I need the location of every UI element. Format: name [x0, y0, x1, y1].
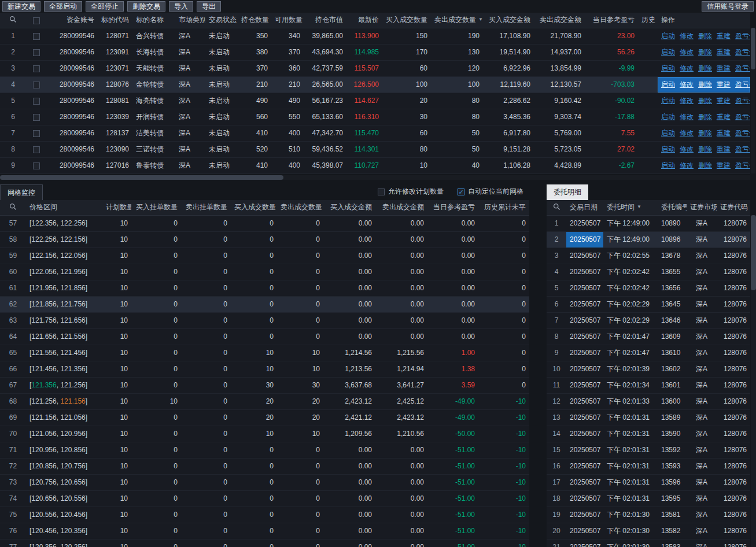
action-pnl-analysis[interactable]: 盈亏分析: [735, 113, 750, 121]
order-vertical-scrollbar[interactable]: [751, 215, 756, 547]
position-row[interactable]: 9280099546127016鲁泰转债深A未启动41040045,398.07…: [0, 157, 750, 173]
action-pnl-analysis[interactable]: 盈亏分析: [735, 32, 750, 40]
action-start[interactable]: 启动: [661, 129, 675, 137]
order-row[interactable]: 2120250507下午 02:01:3013583深A128076: [547, 539, 750, 547]
order-row[interactable]: 1620250507下午 02:01:3113593深A128076: [547, 458, 750, 474]
col-header-pnl[interactable]: 当日参考盈亏: [427, 200, 478, 215]
action-start[interactable]: 启动: [661, 145, 675, 153]
grid-row[interactable]: 61[121.956, 121.856]1000000.000.000.000: [0, 280, 529, 296]
delete-trade-button[interactable]: 删除交易: [127, 1, 165, 12]
col-header-name[interactable]: 标的名称: [132, 13, 175, 28]
order-row[interactable]: 1720250507下午 02:01:3113596深A128076: [547, 474, 750, 490]
grid-row[interactable]: 67[121.356, 121.256]100030303,637.683,64…: [0, 377, 529, 393]
col-header-bpend[interactable]: 买入挂单数量: [131, 200, 181, 215]
col-header-bqty[interactable]: 买入成交数量: [382, 13, 431, 28]
search-icon[interactable]: [9, 203, 17, 212]
row-checkbox[interactable]: [33, 33, 40, 40]
action-rebuild[interactable]: 重建: [717, 145, 731, 153]
col-header-bamt[interactable]: 买入成交金额: [483, 13, 534, 28]
action-pnl-analysis[interactable]: 盈亏分析: [735, 64, 750, 72]
grid-row[interactable]: 65[121.556, 121.456]100010101,214.561,21…: [0, 345, 529, 361]
position-row[interactable]: 5280099546128081海亮转债深A未启动49049056,167.23…: [0, 93, 750, 109]
action-delete[interactable]: 删除: [698, 129, 712, 137]
action-start[interactable]: 启动: [661, 48, 675, 56]
action-modify[interactable]: 修改: [680, 161, 694, 169]
new-trade-button[interactable]: 新建交易: [2, 1, 40, 12]
start-all-button[interactable]: 全部启动: [44, 1, 82, 12]
action-pnl-analysis[interactable]: 盈亏分析: [735, 48, 750, 56]
action-start[interactable]: 启动: [661, 161, 675, 169]
select-all-checkbox[interactable]: [33, 17, 40, 24]
action-start[interactable]: 启动: [661, 97, 675, 105]
position-row[interactable]: 4280099546128076金轮转债深A未启动21021026,565.00…: [0, 76, 750, 93]
order-row[interactable]: 1420250507下午 02:01:3113590深A128076: [547, 426, 750, 442]
grid-row[interactable]: 72[120.856, 120.756]1000000.000.00-51.00…: [0, 458, 529, 474]
action-delete[interactable]: 删除: [698, 80, 712, 88]
grid-row[interactable]: 70[121.056, 120.956]100010101,209.561,21…: [0, 426, 529, 442]
action-modify[interactable]: 修改: [680, 97, 694, 105]
grid-row[interactable]: 63[121.756, 121.656]1000000.000.000.000: [0, 312, 529, 328]
col-header-ops[interactable]: 操作: [658, 13, 750, 28]
row-checkbox[interactable]: [33, 98, 40, 105]
row-checkbox[interactable]: [33, 146, 40, 153]
action-delete[interactable]: 删除: [698, 64, 712, 72]
order-row[interactable]: 1120250507下午 02:01:3413601深A128076: [547, 377, 750, 393]
action-start[interactable]: 启动: [661, 64, 675, 72]
col-header-date[interactable]: 交易日期: [566, 200, 603, 215]
col-header-mkt[interactable]: 市场类别: [175, 13, 205, 28]
action-pnl-analysis[interactable]: 盈亏分析: [735, 97, 750, 105]
order-row[interactable]: 2020250507下午 02:01:3013582深A128076: [547, 523, 750, 539]
col-header-ba[interactable]: 买入成交金额: [323, 200, 375, 215]
action-rebuild[interactable]: 重建: [717, 32, 731, 40]
position-row[interactable]: 2280099546123091长海转债深A未启动38037043,694.30…: [0, 44, 750, 60]
order-row[interactable]: 420250507下午 02:02:4213655深A128076: [547, 264, 750, 280]
grid-row[interactable]: 57[122.356, 122.256]1000000.000.000.000: [0, 215, 529, 231]
allow-modify-plan-checkbox[interactable]: 允许修改计划数量: [378, 187, 444, 197]
col-header-time[interactable]: 委托时间▼: [603, 200, 658, 215]
position-row[interactable]: 7280099546128137洁美转债深A未启动41040047,342.70…: [0, 125, 750, 141]
checkbox-checked-icon[interactable]: ✓: [458, 189, 464, 195]
grid-row[interactable]: 76[120.456, 120.356]1000000.000.00-51.00…: [0, 523, 529, 539]
action-delete[interactable]: 删除: [698, 161, 712, 169]
action-delete[interactable]: 删除: [698, 113, 712, 121]
row-checkbox[interactable]: [33, 82, 40, 88]
grid-row[interactable]: 75[120.556, 120.456]1000000.000.00-51.00…: [0, 507, 529, 523]
grid-row[interactable]: 74[120.656, 120.556]1000000.000.00-51.00…: [0, 490, 529, 507]
order-row[interactable]: 220250507下午 12:49:0010896深A128076: [547, 231, 750, 247]
action-start[interactable]: 启动: [661, 32, 675, 40]
grid-row[interactable]: 68[121.256, 121.156]1010020202,423.122,4…: [0, 393, 529, 409]
col-header-spend[interactable]: 卖出挂单数量: [181, 200, 231, 215]
row-checkbox[interactable]: [33, 114, 40, 121]
col-header-range[interactable]: 价格区间: [26, 200, 102, 215]
order-row[interactable]: 120250507下午 12:49:0010890深A128076: [547, 215, 750, 231]
action-rebuild[interactable]: 重建: [717, 64, 731, 72]
sort-arrow-icon[interactable]: ▼: [478, 17, 483, 22]
position-row[interactable]: 1280099546128071合兴转债深A未启动35034039,865.00…: [0, 28, 750, 44]
col-header-code[interactable]: 证券代码: [717, 200, 750, 215]
order-row[interactable]: 920250507下午 02:01:4713610深A128076: [547, 345, 750, 361]
grid-row[interactable]: 59[122.156, 122.056]1000000.000.000.000: [0, 247, 529, 264]
positions-horizontal-scrollbar[interactable]: [0, 175, 750, 180]
grid-row[interactable]: 66[121.456, 121.356]100010101,213.561,21…: [0, 361, 529, 377]
credit-account-login-button[interactable]: 信用账号登录: [702, 1, 754, 12]
col-header-mv[interactable]: 持仓市值: [304, 13, 346, 28]
export-button[interactable]: 导出: [197, 1, 221, 12]
action-start[interactable]: 启动: [661, 80, 675, 88]
order-row[interactable]: 1820250507下午 02:01:3113595深A128076: [547, 490, 750, 507]
col-header-sq[interactable]: 卖出成交数量: [277, 200, 323, 215]
action-modify[interactable]: 修改: [680, 129, 694, 137]
order-row[interactable]: 620250507下午 02:02:2913645深A128076: [547, 296, 750, 312]
grid-row[interactable]: 77[120.356, 120.256]1000000.000.00-51.00…: [0, 539, 529, 547]
col-header-sa[interactable]: 卖出成交金额: [375, 200, 427, 215]
grid-row[interactable]: 71[120.956, 120.856]1000000.000.00-51.00…: [0, 442, 529, 458]
col-header-last[interactable]: 最新价: [346, 13, 382, 28]
action-delete[interactable]: 删除: [698, 145, 712, 153]
action-modify[interactable]: 修改: [680, 80, 694, 88]
order-row[interactable]: 1920250507下午 02:01:3013581深A128076: [547, 507, 750, 523]
col-header-hold[interactable]: 持仓数量: [238, 13, 271, 28]
action-pnl-analysis[interactable]: 盈亏分析: [735, 161, 750, 169]
action-delete[interactable]: 删除: [698, 48, 712, 56]
grid-row[interactable]: 64[121.656, 121.556]1000000.000.000.000: [0, 328, 529, 345]
order-row[interactable]: 320250507下午 02:02:5513678深A128076: [547, 247, 750, 264]
action-rebuild[interactable]: 重建: [717, 113, 731, 121]
